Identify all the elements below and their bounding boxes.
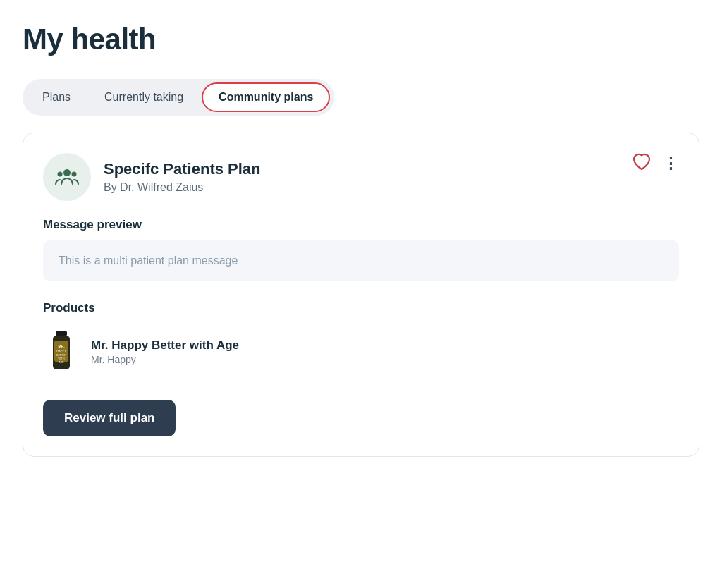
svg-text:WITH: WITH xyxy=(59,357,65,360)
tab-community-plans[interactable]: Community plans xyxy=(202,82,330,112)
product-brand: Mr. Happy xyxy=(91,354,239,365)
svg-rect-3 xyxy=(56,331,67,336)
svg-text:MR.: MR. xyxy=(58,344,65,348)
svg-text:AGE: AGE xyxy=(59,361,64,364)
plan-author: By Dr. Wilfred Zaius xyxy=(104,181,261,194)
plan-info: Specifc Patients Plan By Dr. Wilfred Zai… xyxy=(104,160,261,194)
svg-point-1 xyxy=(58,172,63,177)
tab-plans[interactable]: Plans xyxy=(27,82,86,112)
like-button[interactable] xyxy=(632,153,651,174)
heart-icon xyxy=(632,153,651,171)
products-section: Products MR. HAPPY BETTER WITH AGE Mr. H… xyxy=(43,301,679,380)
more-options-button[interactable]: ⋮ xyxy=(663,154,679,173)
review-full-plan-button[interactable]: Review full plan xyxy=(43,400,176,436)
plan-name: Specifc Patients Plan xyxy=(104,160,261,178)
products-label: Products xyxy=(43,301,679,315)
svg-text:HAPPY: HAPPY xyxy=(56,349,66,353)
plan-card: Specifc Patients Plan By Dr. Wilfred Zai… xyxy=(23,133,699,457)
tab-currently-taking[interactable]: Currently taking xyxy=(89,82,199,112)
svg-point-0 xyxy=(63,169,71,176)
message-preview-label: Message preview xyxy=(43,218,679,232)
plan-header: Specifc Patients Plan By Dr. Wilfred Zai… xyxy=(43,153,679,201)
plan-header-left: Specifc Patients Plan By Dr. Wilfred Zai… xyxy=(43,153,261,201)
product-bottle-image: MR. HAPPY BETTER WITH AGE xyxy=(47,331,75,373)
product-item: MR. HAPPY BETTER WITH AGE Mr. Happy Bett… xyxy=(43,324,679,380)
product-image: MR. HAPPY BETTER WITH AGE xyxy=(43,329,80,374)
tabs-container: Plans Currently taking Community plans xyxy=(23,79,334,116)
product-info: Mr. Happy Better with Age Mr. Happy xyxy=(91,338,239,365)
page-title: My health xyxy=(23,23,699,56)
group-icon xyxy=(54,164,80,190)
product-name: Mr. Happy Better with Age xyxy=(91,338,239,353)
svg-point-2 xyxy=(72,172,77,177)
message-preview-box: This is a multi patient plan message xyxy=(43,240,679,281)
plan-avatar xyxy=(43,153,91,201)
svg-text:BETTER: BETTER xyxy=(56,354,66,357)
plan-actions: ⋮ xyxy=(632,153,679,174)
